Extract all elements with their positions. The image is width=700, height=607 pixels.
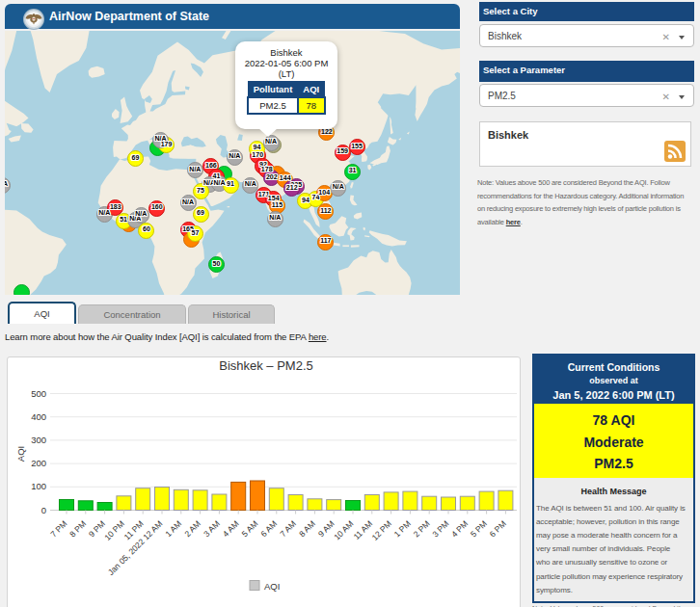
- svg-text:5 PM: 5 PM: [469, 518, 489, 539]
- svg-text:10 AM: 10 AM: [332, 518, 355, 541]
- svg-text:200: 200: [31, 458, 46, 468]
- svg-text:AQI: AQI: [264, 581, 280, 592]
- svg-text:7 PM: 7 PM: [48, 518, 68, 539]
- svg-text:3 AM: 3 AM: [202, 518, 222, 539]
- svg-text:6 AM: 6 AM: [258, 518, 279, 539]
- svg-text:500: 500: [31, 388, 46, 399]
- svg-text:7 AM: 7 AM: [278, 518, 298, 539]
- svg-text:400: 400: [31, 411, 46, 422]
- svg-text:100: 100: [31, 481, 46, 491]
- svg-text:8 AM: 8 AM: [297, 518, 317, 539]
- svg-text:1 PM: 1 PM: [392, 518, 413, 539]
- svg-text:11 AM: 11 AM: [352, 518, 375, 541]
- svg-text:1 AM: 1 AM: [163, 518, 183, 539]
- svg-text:8 PM: 8 PM: [67, 518, 88, 539]
- svg-text:4 PM: 4 PM: [449, 518, 470, 539]
- svg-text:12 PM: 12 PM: [370, 518, 393, 541]
- svg-text:10 PM: 10 PM: [102, 518, 125, 541]
- svg-text:6 PM: 6 PM: [488, 518, 508, 539]
- svg-text:Bishkek – PM2.5: Bishkek – PM2.5: [219, 358, 313, 373]
- svg-text:5 AM: 5 AM: [240, 518, 260, 539]
- svg-text:2 PM: 2 PM: [412, 518, 432, 539]
- svg-text:4 AM: 4 AM: [221, 518, 241, 539]
- svg-text:300: 300: [31, 435, 46, 445]
- svg-text:AQI: AQI: [15, 446, 26, 462]
- svg-text:2 AM: 2 AM: [182, 518, 202, 539]
- svg-text:0: 0: [41, 505, 46, 515]
- svg-text:3 PM: 3 PM: [430, 518, 450, 539]
